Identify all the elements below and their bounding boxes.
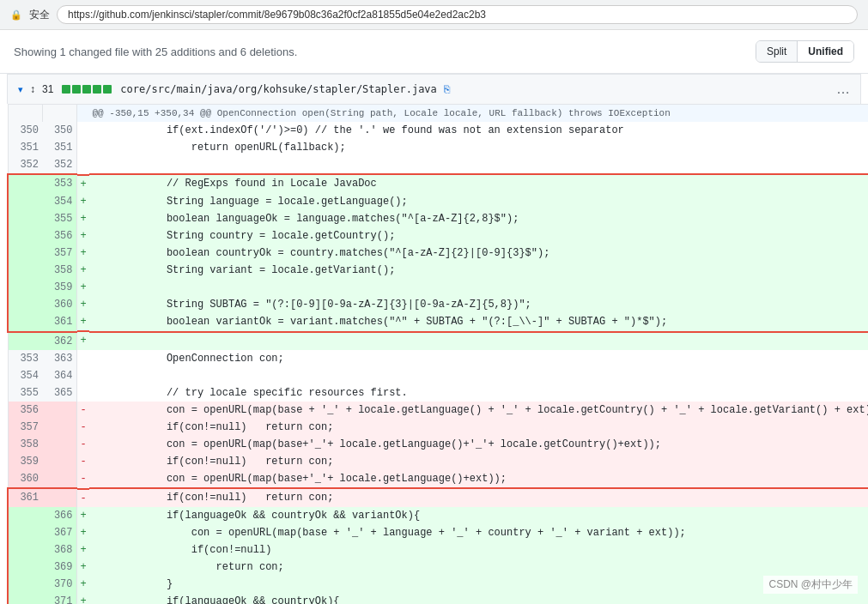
- new-line-num: 354: [42, 193, 76, 210]
- table-row: 354+ String language = locale.getLanguag…: [8, 193, 868, 210]
- old-line-num: 357: [8, 419, 42, 436]
- line-sign: +: [77, 296, 89, 313]
- table-row: 368+ if(con!=null): [8, 541, 868, 559]
- table-row: 361+ boolean variantOk = variant.matches…: [8, 313, 868, 332]
- table-row: 352352: [8, 156, 868, 174]
- line-code: String language = locale.getLanguage();: [89, 193, 869, 210]
- split-button[interactable]: Split: [756, 41, 798, 62]
- line-code: if(ext.indexOf('/')>=0) // the '.' we fo…: [89, 122, 869, 139]
- old-line-num: [8, 313, 42, 332]
- watermark: CSDN @村中少年: [763, 576, 858, 594]
- line-sign: +: [77, 193, 89, 210]
- line-sign: +: [77, 227, 89, 245]
- new-line-num: 370: [42, 576, 76, 593]
- line-sign: +: [77, 210, 89, 227]
- old-line-num: [8, 559, 42, 576]
- line-code: return con;: [89, 559, 869, 576]
- line-sign: -: [77, 436, 89, 453]
- old-line-num: 355: [8, 384, 42, 402]
- line-sign: +: [77, 593, 89, 604]
- old-line-num: 359: [8, 453, 42, 470]
- table-row: 362+: [8, 332, 868, 350]
- hunk-new-num: [42, 105, 76, 123]
- line-sign: [77, 350, 89, 367]
- line-code: boolean languageOk = language.matches("^…: [89, 210, 869, 227]
- old-line-num: [8, 245, 42, 262]
- line-sign: -: [77, 402, 89, 419]
- old-line-num: [8, 541, 42, 559]
- old-line-num: 356: [8, 402, 42, 419]
- new-line-num: 352: [42, 156, 76, 174]
- new-line-num: 358: [42, 262, 76, 279]
- table-row: 367+ con = openURL(map(base + '_' + lang…: [8, 524, 868, 541]
- old-line-num: [8, 174, 42, 193]
- new-line-num: 350: [42, 122, 76, 139]
- new-line-num: 369: [42, 559, 76, 576]
- security-label: 安全: [29, 8, 50, 22]
- new-line-num: 356: [42, 227, 76, 245]
- table-row: 360+ String SUBTAG = "(?:[0-9][0-9a-zA-Z…: [8, 296, 868, 313]
- old-line-num: [8, 332, 42, 350]
- file-path: core/src/main/java/org/kohsuke/stapler/S…: [120, 83, 436, 95]
- line-sign: [77, 384, 89, 402]
- expand-up-icon[interactable]: ↕: [30, 83, 35, 95]
- table-row: 358- con = openURL(map(base+'_'+ locale.…: [8, 436, 868, 453]
- line-sign: [77, 139, 89, 156]
- line-code: if(languageOk && countryOk){: [89, 593, 869, 604]
- expand-icon[interactable]: ▾: [18, 84, 23, 95]
- table-row: 359- if(con!=null) return con;: [8, 453, 868, 470]
- line-code: if(con!=null): [89, 541, 869, 559]
- new-line-num: 366: [42, 507, 76, 524]
- line-sign: +: [77, 524, 89, 541]
- old-line-num: [8, 576, 42, 593]
- new-line-num: [42, 419, 76, 436]
- new-line-num: 359: [42, 279, 76, 296]
- line-code: boolean variantOk = variant.matches("^" …: [89, 313, 869, 332]
- url-bar[interactable]: https://github.com/jenkinsci/stapler/com…: [57, 5, 858, 24]
- new-line-num: [42, 470, 76, 488]
- hunk-sign: [76, 105, 89, 123]
- line-code: String variant = locale.getVariant();: [89, 262, 869, 279]
- old-line-num: [8, 210, 42, 227]
- table-row: 371+ if(languageOk && countryOk){: [8, 593, 868, 604]
- copy-icon[interactable]: ⎘: [444, 83, 450, 95]
- table-row: 355+ boolean languageOk = language.match…: [8, 210, 868, 227]
- new-line-num: 362: [42, 332, 76, 350]
- new-line-num: 368: [42, 541, 76, 559]
- hunk-old-num: [8, 105, 42, 123]
- old-line-num: [8, 593, 42, 604]
- table-row: 361- if(con!=null) return con;: [8, 488, 868, 507]
- browser-bar: 🔒 安全 https://github.com/jenkinsci/staple…: [0, 0, 868, 30]
- table-row: 358+ String variant = locale.getVariant(…: [8, 262, 868, 279]
- line-code: boolean countryOk = country.matches("^[a…: [89, 245, 869, 262]
- old-line-num: [8, 262, 42, 279]
- new-line-num: 365: [42, 384, 76, 402]
- line-code: [89, 332, 869, 350]
- old-line-num: 350: [8, 122, 42, 139]
- table-row: 359+: [8, 279, 868, 296]
- new-line-num: 355: [42, 210, 76, 227]
- lock-icon: 🔒: [10, 9, 22, 21]
- line-sign: [77, 122, 89, 139]
- hunk-code: @@ -350,15 +350,34 @@ OpenConnection ope…: [89, 105, 869, 123]
- table-row: 353+ // RegExps found in Locale JavaDoc: [8, 174, 868, 193]
- old-line-num: 354: [8, 367, 42, 384]
- new-line-num: [42, 453, 76, 470]
- line-sign: +: [77, 576, 89, 593]
- unified-button[interactable]: Unified: [798, 41, 853, 62]
- line-count: 31: [42, 83, 53, 95]
- line-sign: -: [77, 470, 89, 487]
- line-code: String SUBTAG = "(?:[0-9][0-9a-zA-Z]{3}|…: [89, 296, 869, 313]
- line-code: if(con!=null) return con;: [89, 419, 869, 436]
- line-sign: -: [77, 419, 89, 436]
- table-row: 354364: [8, 367, 868, 384]
- new-line-num: 364: [42, 367, 76, 384]
- more-options-icon[interactable]: …: [836, 82, 850, 97]
- new-line-num: 367: [42, 524, 76, 541]
- table-row: 369+ return con;: [8, 559, 868, 576]
- old-line-num: 353: [8, 350, 42, 367]
- line-code: con = openURL(map(base+'_'+ locale.getLa…: [89, 470, 869, 488]
- line-sign: +: [77, 507, 89, 524]
- showing-text: Showing 1 changed file with 25 additions…: [14, 45, 297, 58]
- line-sign: [77, 367, 89, 384]
